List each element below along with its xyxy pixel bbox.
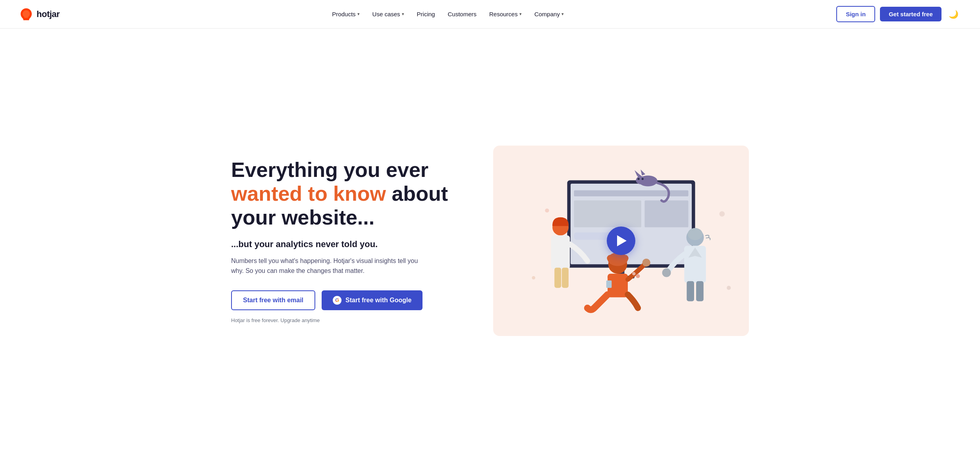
play-icon	[617, 235, 627, 246]
start-email-button[interactable]: Start free with email	[231, 290, 315, 310]
dark-mode-toggle[interactable]: 🌙	[946, 7, 961, 21]
svg-rect-36	[696, 281, 704, 301]
nav-actions: Sign in Get started free 🌙	[836, 6, 961, 22]
svg-point-38	[545, 209, 549, 213]
svg-point-39	[719, 211, 725, 217]
hero-note: Hotjar is free forever. Upgrade anytime	[231, 317, 469, 323]
svg-rect-19	[562, 268, 569, 288]
svg-point-15	[642, 178, 644, 180]
chevron-down-icon: ▾	[357, 12, 360, 17]
signin-button[interactable]: Sign in	[836, 6, 875, 22]
logo[interactable]: hotjar	[19, 7, 60, 21]
nav-links: Products ▾ Use cases ▾ Pricing Customers…	[326, 8, 569, 21]
svg-rect-4	[574, 200, 641, 227]
svg-point-37	[662, 269, 671, 277]
hero-content: Everything you ever wanted to know about…	[231, 158, 469, 323]
get-started-button[interactable]: Get started free	[880, 7, 941, 21]
google-icon: G	[333, 296, 341, 305]
nav-resources[interactable]: Resources ▾	[484, 8, 527, 21]
svg-point-41	[727, 286, 731, 290]
svg-point-14	[637, 178, 639, 180]
svg-rect-30	[606, 280, 612, 288]
svg-point-40	[532, 276, 535, 279]
svg-rect-18	[554, 268, 561, 288]
hero-title: Everything you ever wanted to know about…	[231, 158, 469, 229]
hero-section: Everything you ever wanted to know about…	[212, 29, 768, 453]
chevron-down-icon: ▾	[561, 12, 564, 17]
play-button[interactable]	[607, 226, 635, 255]
hero-subtitle: ...but your analytics never told you.	[231, 239, 469, 250]
nav-use-cases[interactable]: Use cases ▾	[367, 8, 410, 21]
hero-description: Numbers tell you what's happening. Hotja…	[231, 256, 422, 276]
hotjar-logo-icon	[19, 7, 33, 21]
chevron-down-icon: ▾	[519, 12, 522, 17]
nav-pricing[interactable]: Pricing	[411, 8, 441, 21]
svg-point-29	[632, 272, 635, 275]
nav-company[interactable]: Company ▾	[529, 8, 569, 21]
nav-products[interactable]: Products ▾	[326, 8, 365, 21]
svg-point-27	[642, 259, 650, 267]
svg-rect-3	[574, 190, 688, 196]
hero-illustration-container	[493, 146, 749, 336]
svg-rect-17	[551, 235, 570, 269]
hero-illustration	[493, 146, 749, 336]
navbar: hotjar Products ▾ Use cases ▾ Pricing Cu…	[0, 0, 980, 29]
svg-point-32	[688, 228, 702, 240]
svg-point-28	[636, 274, 640, 278]
nav-customers[interactable]: Customers	[442, 8, 482, 21]
svg-rect-35	[687, 281, 694, 301]
chevron-down-icon: ▾	[402, 12, 404, 17]
svg-rect-5	[644, 200, 688, 227]
hero-buttons: Start free with email G Start free with …	[231, 290, 469, 310]
logo-text: hotjar	[37, 9, 60, 19]
start-google-button[interactable]: G Start free with Google	[322, 290, 422, 310]
